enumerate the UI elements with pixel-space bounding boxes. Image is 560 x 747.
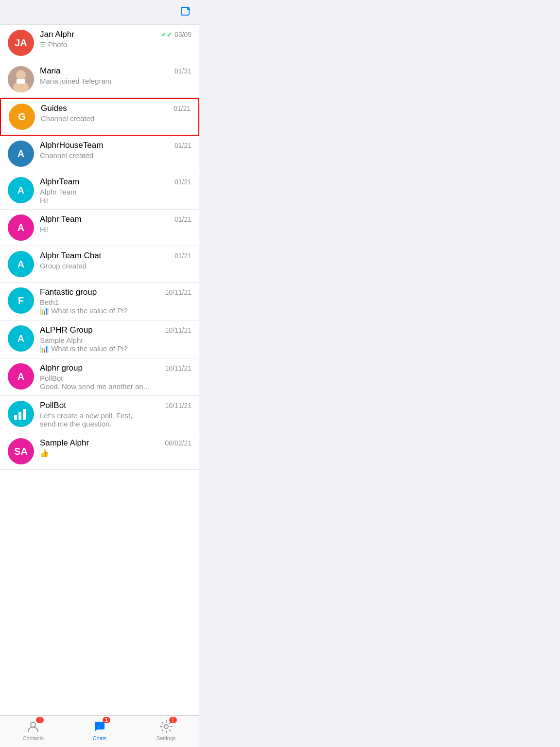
chats-badge: 1 — [103, 717, 110, 723]
avatar-alphr-group: A — [8, 363, 34, 390]
chat-name-alphr-team-chat: Alphr Team Chat — [40, 251, 101, 261]
svg-rect-9 — [18, 412, 21, 420]
chat-content-sample-alphr: Sample Alphr08/02/21👍 — [40, 438, 192, 458]
chat-content-pollbot: PollBot10/11/21Let's create a new poll. … — [40, 401, 192, 428]
chat-name-alphr-house-team: AlphrHouseTeam — [40, 141, 103, 150]
chat-name-alphr-team: AlphrTeam — [40, 177, 79, 187]
chat-item-alphr-team[interactable]: AAlphrTeam01/21Alphr TeamHi! — [0, 172, 199, 210]
chat-name-pollbot: PollBot — [40, 401, 66, 410]
chat-content-alphr-team-group: Alphr Team01/21Hi! — [40, 214, 192, 233]
chat-preview-guides: Channel created — [41, 114, 191, 123]
chat-preview-line1-fantastic-group: Beth1 — [40, 298, 192, 306]
chat-preview-line1-pollbot: Let's create a new poll. First, — [40, 411, 192, 420]
chat-preview-jan-alphr: ☰Photo — [40, 40, 192, 49]
avatar-alphr-team-group: A — [8, 214, 34, 241]
chat-preview-alphr-team-chat: Group created — [40, 262, 192, 270]
tab-contacts[interactable]: ! Contacts — [14, 719, 52, 741]
chat-time-pollbot: 10/11/21 — [165, 402, 192, 409]
chat-name-maria: Maria — [40, 66, 61, 76]
chat-name-sample-alphr: Sample Alphr — [40, 438, 89, 448]
chat-preview-sample-alphr: 👍 — [40, 449, 192, 458]
chat-content-guides: Guides01/21Channel created — [41, 104, 191, 123]
svg-rect-7 — [17, 79, 25, 84]
chat-time-alphr-group: 10/11/21 — [165, 364, 192, 372]
chat-name-fantastic-group: Fantastic group — [40, 287, 97, 297]
chat-preview-alphr-house-team: Channel created — [40, 151, 192, 160]
chat-preview-line1-alphr-team: Alphr Team — [40, 188, 192, 196]
menu-icon: ☰ — [40, 41, 46, 49]
tab-chats[interactable]: 1 Chats — [80, 719, 119, 741]
chat-item-alphr-team-chat[interactable]: AAlphr Team Chat01/21Group created — [0, 246, 199, 283]
svg-point-5 — [16, 70, 26, 80]
chat-time-jan-alphr: ✔✔03/09 — [161, 31, 192, 38]
chat-item-sample-alphr[interactable]: SASample Alphr08/02/21👍 — [0, 433, 199, 470]
chat-content-maria: Maria01/31Maria joined Telegram — [40, 66, 192, 85]
chat-item-pollbot[interactable]: PollBot10/11/21Let's create a new poll. … — [0, 396, 199, 433]
chat-time-alphr-team-chat: 01/21 — [175, 252, 192, 260]
chat-time-fantastic-group: 10/11/21 — [165, 288, 192, 296]
compose-button[interactable] — [180, 6, 192, 20]
avatar-alphr-team-chat: A — [8, 251, 34, 277]
avatar-alphr-team: A — [8, 177, 34, 203]
chat-content-alphr-team-chat: Alphr Team Chat01/21Group created — [40, 251, 192, 270]
chat-item-guides[interactable]: GGuides01/21Channel created — [0, 98, 199, 136]
chat-preview-line2-alphr-team: Hi! — [40, 196, 192, 204]
chat-name-alphr-team-group: Alphr Team — [40, 214, 82, 224]
chat-item-jan-alphr[interactable]: JAJan Alphr✔✔03/09☰Photo — [0, 25, 199, 61]
chat-preview-line1-alphr-group: PollBot — [40, 374, 192, 382]
avatar-pollbot — [8, 401, 34, 427]
avatar-fantastic-group: F — [8, 287, 34, 314]
chat-time-alphr-team-group: 01/21 — [175, 215, 192, 223]
chat-time-maria: 01/31 — [175, 67, 192, 75]
avatar-sample-alphr: SA — [8, 438, 34, 464]
chat-item-alphr-group[interactable]: AAlphr group10/11/21PollBotGood. Now sen… — [0, 358, 199, 396]
chat-list: JAJan Alphr✔✔03/09☰Photo Maria01/31Maria… — [0, 25, 199, 715]
chat-name-jan-alphr: Jan Alphr — [40, 30, 74, 39]
settings-label: Settings — [157, 735, 176, 741]
avatar-alphr-group-caps: A — [8, 325, 34, 352]
contacts-badge: ! — [36, 717, 44, 723]
chat-content-jan-alphr: Jan Alphr✔✔03/09☰Photo — [40, 30, 192, 49]
chat-item-alphr-team-group[interactable]: AAlphr Team01/21Hi! — [0, 210, 199, 246]
chat-time-alphr-group-caps: 10/11/21 — [165, 326, 192, 334]
tab-settings[interactable]: ! Settings — [147, 719, 186, 741]
chat-preview-alphr-team-group: Hi! — [40, 225, 192, 233]
avatar-guides: G — [9, 104, 35, 130]
chat-time-guides: 01/21 — [174, 105, 191, 112]
chat-content-alphr-team: AlphrTeam01/21Alphr TeamHi! — [40, 177, 192, 204]
avatar-alphr-house-team: A — [8, 141, 34, 167]
contacts-label: Contacts — [23, 735, 44, 741]
chat-content-alphr-group: Alphr group10/11/21PollBotGood. Now send… — [40, 363, 192, 391]
chat-item-fantastic-group[interactable]: FFantastic group10/11/21Beth1📊 What is t… — [0, 283, 199, 320]
chat-preview-line2-alphr-group: Good. Now send me another an... — [40, 382, 192, 391]
chat-name-guides: Guides — [41, 104, 67, 113]
avatar-maria — [8, 66, 34, 92]
avatar-jan-alphr: JA — [8, 30, 34, 56]
chats-label: Chats — [93, 735, 107, 741]
chat-name-alphr-group-caps: ALPHR Group — [40, 325, 93, 335]
svg-rect-10 — [23, 409, 26, 420]
chat-item-alphr-group-caps[interactable]: AALPHR Group10/11/21Sample Alphr📊 What i… — [0, 320, 199, 358]
chat-content-fantastic-group: Fantastic group10/11/21Beth1📊 What is th… — [40, 287, 192, 315]
tab-bar: ! Contacts 1 Chats ! Settings — [0, 715, 199, 747]
chat-time-sample-alphr: 08/02/21 — [165, 439, 192, 447]
chat-preview-maria: Maria joined Telegram — [40, 77, 192, 85]
app-header — [0, 0, 199, 25]
chat-item-alphr-house-team[interactable]: AAlphrHouseTeam01/21Channel created — [0, 136, 199, 172]
chat-preview-line2-fantastic-group: 📊 What is the value of Pi? — [40, 306, 192, 315]
chat-item-maria[interactable]: Maria01/31Maria joined Telegram — [0, 61, 199, 98]
chat-time-alphr-house-team: 01/21 — [175, 142, 192, 149]
chat-content-alphr-house-team: AlphrHouseTeam01/21Channel created — [40, 141, 192, 160]
chat-preview-line2-pollbot: send me the question. — [40, 420, 192, 428]
svg-rect-8 — [14, 415, 17, 420]
chat-preview-line2-alphr-group-caps: 📊 What is the value of Pi? — [40, 344, 192, 353]
chat-name-alphr-group: Alphr group — [40, 363, 83, 373]
chat-content-alphr-group-caps: ALPHR Group10/11/21Sample Alphr📊 What is… — [40, 325, 192, 353]
read-receipt-icon: ✔✔ — [161, 31, 173, 38]
svg-point-12 — [164, 725, 168, 729]
chat-preview-line1-alphr-group-caps: Sample Alphr — [40, 336, 192, 344]
settings-badge: ! — [169, 717, 177, 723]
svg-point-11 — [31, 722, 35, 727]
chat-time-alphr-team: 01/21 — [175, 178, 192, 186]
